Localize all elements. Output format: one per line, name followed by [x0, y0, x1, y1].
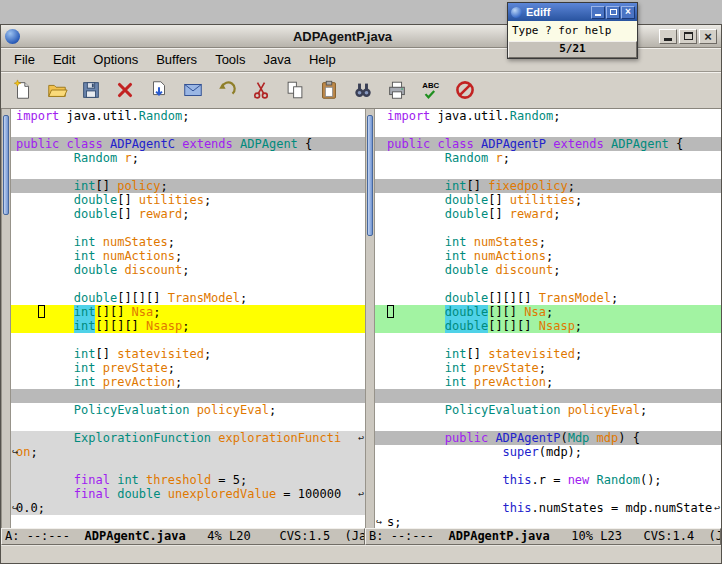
copy-icon — [284, 79, 306, 101]
code-line[interactable] — [11, 221, 365, 235]
code-line[interactable]: double[] utilities; — [11, 193, 365, 207]
modeline-b[interactable]: B: --:--- ADPAgentP.java 10% L23 CVS:1.4… — [365, 528, 721, 545]
menu-file[interactable]: File — [5, 49, 44, 70]
print-button[interactable] — [383, 76, 411, 104]
code-line[interactable]: Random r; — [11, 151, 365, 165]
code-line[interactable]: public class ADPAgentC extends ADPAgent … — [11, 137, 365, 151]
close-buffer-button[interactable] — [111, 76, 139, 104]
code-line[interactable]: import java.util.Random; — [11, 109, 365, 123]
ediff-maximize-button[interactable] — [606, 6, 620, 19]
code-line[interactable] — [11, 459, 365, 473]
code-line[interactable]: this.numStates = mdp.numState↩ — [375, 501, 721, 515]
code-line[interactable]: final int threshold = 5; — [11, 473, 365, 487]
code-line[interactable]: int numStates; — [11, 235, 365, 249]
menu-tools[interactable]: Tools — [206, 49, 254, 70]
code-line[interactable]: int prevState; — [11, 361, 365, 375]
code-line[interactable] — [375, 487, 721, 501]
code-line[interactable]: double[] reward; — [11, 207, 365, 221]
code-line[interactable]: int prevAction; — [11, 375, 365, 389]
code-line[interactable]: public class ADPAgentP extends ADPAgent … — [375, 137, 721, 151]
new-file-button[interactable] — [9, 76, 37, 104]
code-line[interactable]: double[] utilities; — [375, 193, 721, 207]
code-line[interactable] — [375, 417, 721, 431]
menu-java[interactable]: Java — [254, 49, 299, 70]
mail-button[interactable] — [179, 76, 207, 104]
code-line[interactable]: int[][][] Nsasp; — [11, 319, 365, 333]
code-line[interactable] — [11, 333, 365, 347]
scrollbar-a[interactable] — [1, 109, 11, 528]
maximize-button[interactable] — [679, 29, 697, 44]
code-line[interactable]: super(mdp); — [375, 445, 721, 459]
scrollbar-b-thumb[interactable] — [367, 115, 373, 236]
code-line[interactable] — [11, 389, 365, 403]
code-line[interactable]: ExplorationFunction explorationFuncti↩ — [11, 431, 365, 445]
save-as-button[interactable] — [145, 76, 173, 104]
code-line[interactable] — [375, 459, 721, 473]
code-line[interactable]: double[] reward; — [375, 207, 721, 221]
code-line[interactable]: int[] statevisited; — [375, 347, 721, 361]
open-folder-button[interactable] — [43, 76, 71, 104]
source-text-b[interactable]: import java.util.Random;public class ADP… — [375, 109, 721, 528]
source-text-a[interactable]: import java.util.Random;public class ADP… — [11, 109, 365, 528]
code-line[interactable]: on;↪ — [11, 445, 365, 459]
code-line[interactable] — [375, 333, 721, 347]
code-line[interactable]: 0.0;↪ — [11, 501, 365, 515]
code-line[interactable]: public ADPAgentP(Mdp mdp) { — [375, 431, 721, 445]
code-line[interactable]: final double unexploredValue = 100000↩ — [11, 487, 365, 501]
code-line[interactable] — [375, 389, 721, 403]
save-button[interactable] — [77, 76, 105, 104]
minimize-button[interactable] — [659, 29, 677, 44]
menu-help[interactable]: Help — [300, 49, 345, 70]
code-line[interactable]: double[][][] TransModel; — [375, 291, 721, 305]
search-button[interactable] — [349, 76, 377, 104]
maximize-icon — [610, 9, 617, 15]
code-line[interactable] — [11, 277, 365, 291]
code-line[interactable]: this.r = new Random(); — [375, 473, 721, 487]
code-line[interactable]: Random r; — [375, 151, 721, 165]
code-line[interactable]: double discount; — [375, 263, 721, 277]
code-line[interactable]: PolicyEvaluation policyEval; — [11, 403, 365, 417]
spell-check-button[interactable]: ABC — [417, 76, 445, 104]
code-line[interactable]: double[][] Nsa; — [375, 305, 721, 319]
code-line[interactable]: double[][][] Nsasp; — [375, 319, 721, 333]
code-line[interactable]: int prevState; — [375, 361, 721, 375]
code-line[interactable]: import java.util.Random; — [375, 109, 721, 123]
code-line[interactable]: PolicyEvaluation policyEval; — [375, 403, 721, 417]
code-line[interactable]: int numStates; — [375, 235, 721, 249]
modeline-a[interactable]: A: --:--- ADPAgentC.java 4% L20 CVS:1.5 … — [1, 528, 365, 545]
undo-button[interactable] — [213, 76, 241, 104]
ediff-close-button[interactable]: × — [621, 6, 635, 19]
scrollbar-a-thumb[interactable] — [3, 115, 9, 215]
code-line[interactable]: int[] fixedpolicy; — [375, 179, 721, 193]
code-line[interactable] — [375, 277, 721, 291]
menu-edit[interactable]: Edit — [44, 49, 84, 70]
code-line[interactable]: double[][][] TransModel; — [11, 291, 365, 305]
ediff-window-icon — [511, 7, 522, 18]
cut-button[interactable] — [247, 76, 275, 104]
code-line[interactable]: int[] policy; — [11, 179, 365, 193]
menu-options[interactable]: Options — [84, 49, 147, 70]
save-as-icon — [148, 79, 170, 101]
code-line[interactable] — [375, 123, 721, 137]
code-line[interactable]: int numActions; — [375, 249, 721, 263]
echo-area[interactable] — [1, 545, 721, 563]
code-line[interactable]: s;↪ — [375, 515, 721, 528]
scrollbar-b[interactable] — [365, 109, 375, 528]
paste-button[interactable] — [315, 76, 343, 104]
close-button[interactable]: × — [699, 29, 717, 44]
ediff-minimize-button[interactable] — [591, 6, 605, 19]
code-line[interactable]: double discount; — [11, 263, 365, 277]
code-line[interactable] — [375, 221, 721, 235]
code-line[interactable] — [11, 165, 365, 179]
code-line[interactable]: int[][] Nsa; — [11, 305, 365, 319]
code-line[interactable]: int[] statevisited; — [11, 347, 365, 361]
code-line[interactable]: int prevAction; — [375, 375, 721, 389]
code-line[interactable] — [11, 417, 365, 431]
ediff-titlebar[interactable]: Ediff × — [508, 3, 637, 21]
stop-button[interactable] — [451, 76, 479, 104]
copy-button[interactable] — [281, 76, 309, 104]
code-line[interactable] — [11, 123, 365, 137]
code-line[interactable] — [375, 165, 721, 179]
menu-buffers[interactable]: Buffers — [147, 49, 206, 70]
code-line[interactable]: int numActions; — [11, 249, 365, 263]
